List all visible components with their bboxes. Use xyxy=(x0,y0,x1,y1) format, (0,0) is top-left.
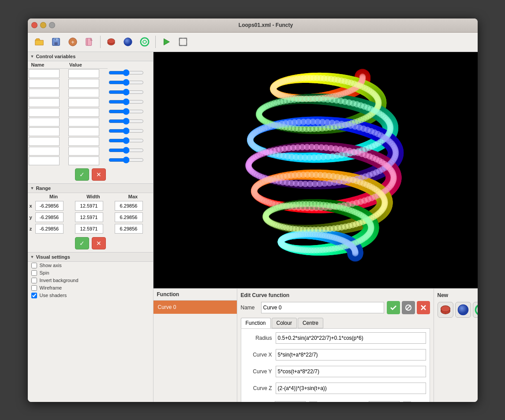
curve-z-row: Curve Z xyxy=(245,383,426,394)
new-label: New xyxy=(438,292,449,298)
cv-name-1[interactable] xyxy=(29,79,60,88)
fullscreen-button[interactable] xyxy=(175,34,191,50)
name-ok-button[interactable] xyxy=(387,301,400,314)
cv-confirm-button[interactable]: ✓ xyxy=(75,168,89,181)
name-block-button[interactable] xyxy=(402,301,415,314)
spin-row: Spin xyxy=(28,269,153,277)
sphere-button[interactable] xyxy=(120,34,136,50)
accuracy-row: Accuracy ▲ ▼ Radial accuracy ▲ ▼ xyxy=(245,401,426,402)
save-button[interactable] xyxy=(48,34,64,50)
cv-slider-4[interactable] xyxy=(108,108,144,115)
cv-value-5[interactable] xyxy=(68,118,99,126)
range-cancel-button[interactable]: ✕ xyxy=(92,237,106,249)
table-row xyxy=(28,117,153,127)
visual-settings-label: Visual settings xyxy=(36,254,70,260)
spin-label: Spin xyxy=(40,270,49,275)
show-axis-row: Show axis xyxy=(28,262,153,269)
curve-x-input[interactable] xyxy=(276,349,426,361)
cv-name-3[interactable] xyxy=(29,98,60,107)
name-delete-button[interactable] xyxy=(417,301,430,314)
close-button[interactable] xyxy=(31,22,37,28)
edit-curve-panel: Edit Curve function Name xyxy=(237,289,434,402)
range-y-min[interactable] xyxy=(35,212,64,222)
tab-function[interactable]: Function xyxy=(241,318,271,328)
cv-slider-6[interactable] xyxy=(108,128,144,134)
cv-name-4[interactable] xyxy=(29,108,60,117)
cv-name-0[interactable] xyxy=(29,69,60,78)
tab-centre[interactable]: Centre xyxy=(298,318,323,328)
new-sphere-button[interactable] xyxy=(455,302,471,318)
cv-value-8[interactable] xyxy=(68,147,99,156)
cv-name-7[interactable] xyxy=(29,137,60,146)
play-button[interactable] xyxy=(158,34,174,50)
add-function-button[interactable]: + xyxy=(65,34,81,50)
range-confirm-button[interactable]: ✓ xyxy=(75,237,89,249)
cv-name-8[interactable] xyxy=(29,147,60,156)
cv-slider-1[interactable] xyxy=(108,79,144,85)
function-item-curve0[interactable]: Curve 0 xyxy=(153,301,237,314)
new-curve-button[interactable] xyxy=(473,302,478,318)
table-row xyxy=(28,127,153,137)
cv-name-2[interactable] xyxy=(29,89,60,97)
radial-accuracy-spinner[interactable]: ▲ ▼ xyxy=(403,401,411,402)
wireframe-checkbox[interactable] xyxy=(31,285,37,291)
cv-slider-2[interactable] xyxy=(108,89,144,95)
accuracy-spinner[interactable]: ▲ ▼ xyxy=(309,401,317,402)
invert-background-checkbox[interactable] xyxy=(31,278,37,283)
cv-value-9[interactable] xyxy=(68,156,99,165)
surface-button[interactable] xyxy=(103,34,119,50)
cv-value-3[interactable] xyxy=(68,98,99,107)
radial-accuracy-input[interactable] xyxy=(369,401,400,402)
toolbar: + xyxy=(28,33,478,52)
wireframe-row: Wireframe xyxy=(28,284,153,292)
cv-value-1[interactable] xyxy=(68,79,99,88)
range-label: Range xyxy=(36,186,51,191)
use-shaders-checkbox[interactable] xyxy=(31,293,37,298)
tabs-row: Function Colour Centre xyxy=(241,318,430,328)
range-y-width[interactable] xyxy=(75,212,103,222)
range-z-min[interactable] xyxy=(35,224,64,234)
cv-slider-7[interactable] xyxy=(108,138,144,144)
svg-marker-14 xyxy=(164,39,169,45)
spin-checkbox[interactable] xyxy=(31,270,37,276)
radius-input[interactable] xyxy=(276,332,426,344)
titlebar: Loops01.xml - Functy xyxy=(28,19,478,33)
maximize-button[interactable] xyxy=(49,22,55,28)
range-z-max[interactable] xyxy=(115,224,143,234)
curve-z-input[interactable] xyxy=(276,383,426,394)
cv-name-6[interactable] xyxy=(29,127,60,136)
cv-value-2[interactable] xyxy=(68,89,99,97)
show-axis-checkbox[interactable] xyxy=(31,263,37,268)
cv-value-7[interactable] xyxy=(68,137,99,146)
curve-y-label: Curve Y xyxy=(245,368,276,375)
cv-slider-9[interactable] xyxy=(108,157,144,163)
new-icons-row xyxy=(438,302,478,318)
range-x-min[interactable] xyxy=(35,201,64,211)
cv-slider-8[interactable] xyxy=(108,147,144,153)
new-surface-button[interactable] xyxy=(438,302,453,318)
range-x-max[interactable] xyxy=(115,201,143,211)
curve-y-input[interactable] xyxy=(276,366,426,377)
canvas-area[interactable] xyxy=(153,52,478,288)
open-button[interactable] xyxy=(31,34,47,50)
name-input[interactable] xyxy=(261,302,384,313)
cv-name-9[interactable] xyxy=(29,156,60,165)
cv-name-5[interactable] xyxy=(29,118,60,126)
range-z-width[interactable] xyxy=(75,224,103,234)
cv-slider-5[interactable] xyxy=(108,118,144,124)
range-x-width[interactable] xyxy=(75,201,103,211)
cv-value-6[interactable] xyxy=(68,127,99,136)
cv-slider-3[interactable] xyxy=(108,99,144,105)
cv-slider-0[interactable] xyxy=(108,70,144,76)
cv-cancel-button[interactable]: ✕ xyxy=(92,168,106,181)
export-button[interactable] xyxy=(82,34,97,50)
svg-point-11 xyxy=(107,39,115,44)
tab-colour[interactable]: Colour xyxy=(272,318,297,328)
spiral-canvas xyxy=(153,52,478,288)
minimize-button[interactable] xyxy=(40,22,46,28)
cv-value-4[interactable] xyxy=(68,108,99,117)
range-y-max[interactable] xyxy=(115,212,143,222)
curve-button[interactable] xyxy=(137,34,153,50)
accuracy-input[interactable] xyxy=(275,401,306,402)
cv-value-0[interactable] xyxy=(68,69,99,78)
